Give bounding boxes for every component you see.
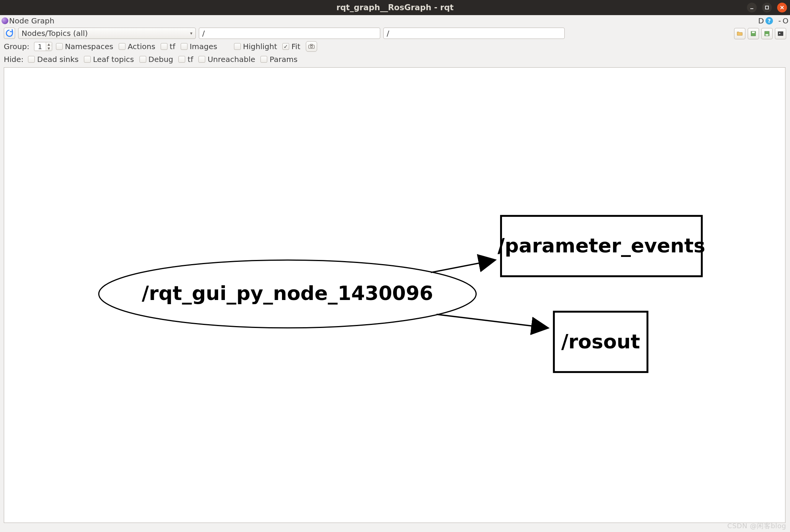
window-titlebar: rqt_graph__RosGraph - rqt (0, 0, 790, 15)
view-mode-dropdown[interactable]: Nodes/Topics (all) ▾ (18, 28, 196, 39)
dock-d[interactable]: D (758, 16, 764, 25)
svg-point-11 (310, 46, 312, 48)
actions-checkbox[interactable]: Actions (119, 42, 155, 51)
filter-input-value: / (202, 29, 205, 38)
spin-up-icon[interactable]: ▲ (46, 42, 52, 46)
close-button[interactable] (777, 3, 787, 12)
plugin-header: Node Graph D ? - O (0, 15, 790, 26)
graph-edge (431, 260, 495, 272)
spinbox-value: 1 (34, 42, 46, 51)
plugin-icon (2, 17, 8, 24)
unreachable-checkbox[interactable]: Unreachable (198, 55, 255, 64)
dropdown-label: Nodes/Topics (all) (22, 29, 88, 38)
window-title: rqt_graph__RosGraph - rqt (0, 3, 790, 12)
chevron-down-icon: ▾ (190, 31, 192, 36)
node-filter-input[interactable]: / (199, 28, 380, 39)
svg-rect-12 (310, 44, 313, 45)
help-button[interactable]: ? (765, 17, 773, 25)
hide-tf-checkbox[interactable]: tf (178, 55, 193, 64)
open-file-button[interactable] (734, 28, 745, 39)
svg-rect-1 (765, 6, 768, 9)
maximize-button[interactable] (762, 3, 772, 12)
ros-graph-svg: /rqt_gui_py_node_1430096 /parameter_even… (4, 68, 785, 523)
highlight-checkbox[interactable]: Highlight (234, 42, 277, 51)
group-depth-spinbox[interactable]: 1 ▲▼ (34, 42, 52, 51)
group-row: Group: 1 ▲▼ Namespaces Actions tf Images… (0, 40, 790, 53)
plugin-title: Node Graph (9, 16, 54, 25)
spin-down-icon[interactable]: ▼ (46, 46, 52, 51)
graph-edge (437, 314, 548, 328)
filter-input-value: / (387, 29, 389, 38)
refresh-button[interactable] (4, 28, 15, 39)
graph-canvas[interactable]: /rqt_gui_py_node_1430096 /parameter_even… (4, 67, 785, 523)
save-dot-button[interactable] (748, 28, 759, 39)
dock-o[interactable]: O (782, 16, 788, 25)
svg-point-9 (779, 33, 780, 34)
dead-sinks-checkbox[interactable]: Dead sinks (28, 55, 79, 64)
minimize-button[interactable] (747, 3, 757, 12)
namespaces-checkbox[interactable]: Namespaces (56, 42, 113, 51)
svg-rect-7 (765, 34, 768, 36)
tf-checkbox[interactable]: tf (161, 42, 175, 51)
graph-node-label: /parameter_events (497, 234, 705, 257)
leaf-topics-checkbox[interactable]: Leaf topics (84, 55, 134, 64)
screenshot-button[interactable] (306, 41, 317, 52)
group-label: Group: (4, 42, 29, 51)
svg-rect-5 (752, 32, 755, 33)
graph-node-label: /rqt_gui_py_node_1430096 (142, 282, 433, 305)
hide-row: Hide: Dead sinks Leaf topics Debug tf Un… (0, 53, 790, 66)
debug-checkbox[interactable]: Debug (139, 55, 173, 64)
toolbar-row-1: Nodes/Topics (all) ▾ / / (0, 26, 790, 40)
svg-rect-8 (778, 32, 783, 36)
save-svg-button[interactable] (761, 28, 773, 39)
check-icon: ✓ (282, 43, 289, 50)
dock-dash[interactable]: - (778, 16, 781, 25)
right-tools (734, 28, 786, 39)
graph-node-label: /rosout (561, 330, 640, 353)
images-checkbox[interactable]: Images (181, 42, 217, 51)
hide-label: Hide: (4, 55, 23, 64)
params-checkbox[interactable]: Params (260, 55, 297, 64)
save-image-button[interactable] (775, 28, 786, 39)
fit-checkbox[interactable]: ✓Fit (282, 42, 300, 51)
topic-filter-input[interactable]: / (383, 28, 565, 39)
